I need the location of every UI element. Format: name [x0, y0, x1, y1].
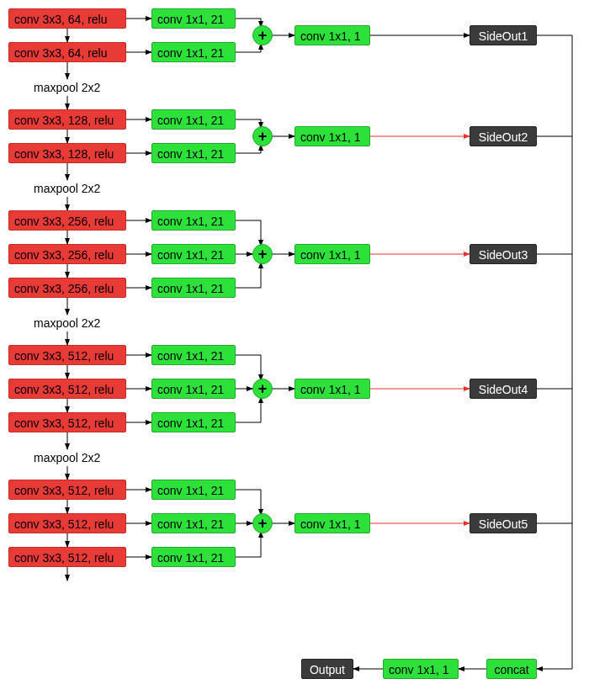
side-conv: conv 1x1, 21 — [151, 278, 236, 298]
eltwise-sum-icon: + — [252, 126, 273, 146]
conv-block: conv 3x3, 512, relu — [8, 345, 126, 365]
concat-block: concat — [486, 659, 537, 679]
eltwise-sum-icon: + — [252, 25, 273, 45]
side-conv: conv 1x1, 21 — [151, 412, 236, 432]
conv-block: conv 3x3, 512, relu — [8, 513, 126, 533]
maxpool: maxpool 2x2 — [34, 451, 100, 464]
side-conv: conv 1x1, 21 — [151, 109, 236, 130]
side-conv: conv 1x1, 21 — [151, 143, 236, 163]
side-output: SideOut3 — [470, 244, 537, 264]
fuse-conv: conv 1x1, 1 — [294, 379, 370, 399]
conv-block: conv 3x3, 256, relu — [8, 244, 126, 264]
maxpool: maxpool 2x2 — [34, 182, 100, 195]
fuse-conv-final: conv 1x1, 1 — [383, 659, 459, 679]
conv-block: conv 3x3, 512, relu — [8, 379, 126, 399]
side-conv: conv 1x1, 21 — [151, 42, 236, 62]
eltwise-sum-icon: + — [252, 379, 273, 399]
side-conv: conv 1x1, 21 — [151, 8, 236, 29]
conv-block: conv 3x3, 64, relu — [8, 8, 126, 29]
final-output: Output — [301, 659, 353, 679]
side-conv: conv 1x1, 21 — [151, 210, 236, 231]
conv-block: conv 3x3, 256, relu — [8, 278, 126, 298]
maxpool: maxpool 2x2 — [34, 81, 100, 94]
conv-block: conv 3x3, 512, relu — [8, 412, 126, 432]
side-output: SideOut4 — [470, 379, 537, 399]
fuse-conv: conv 1x1, 1 — [294, 244, 370, 264]
side-conv: conv 1x1, 21 — [151, 244, 236, 264]
fuse-conv: conv 1x1, 1 — [294, 126, 370, 146]
conv-block: conv 3x3, 128, relu — [8, 109, 126, 130]
side-conv: conv 1x1, 21 — [151, 513, 236, 533]
maxpool: maxpool 2x2 — [34, 316, 100, 330]
eltwise-sum-icon: + — [252, 244, 273, 264]
conv-block: conv 3x3, 512, relu — [8, 547, 126, 567]
conv-block: conv 3x3, 128, relu — [8, 143, 126, 163]
conv-block: conv 3x3, 256, relu — [8, 210, 126, 231]
side-output: SideOut5 — [470, 513, 537, 533]
side-conv: conv 1x1, 21 — [151, 345, 236, 365]
fuse-conv: conv 1x1, 1 — [294, 513, 370, 533]
side-conv: conv 1x1, 21 — [151, 547, 236, 567]
eltwise-sum-icon: + — [252, 513, 273, 533]
conv-block: conv 3x3, 512, relu — [8, 480, 126, 500]
side-output: SideOut1 — [470, 25, 537, 45]
conv-block: conv 3x3, 64, relu — [8, 42, 126, 62]
fuse-conv: conv 1x1, 1 — [294, 25, 370, 45]
side-conv: conv 1x1, 21 — [151, 379, 236, 399]
side-conv: conv 1x1, 21 — [151, 480, 236, 500]
side-output: SideOut2 — [470, 126, 537, 146]
